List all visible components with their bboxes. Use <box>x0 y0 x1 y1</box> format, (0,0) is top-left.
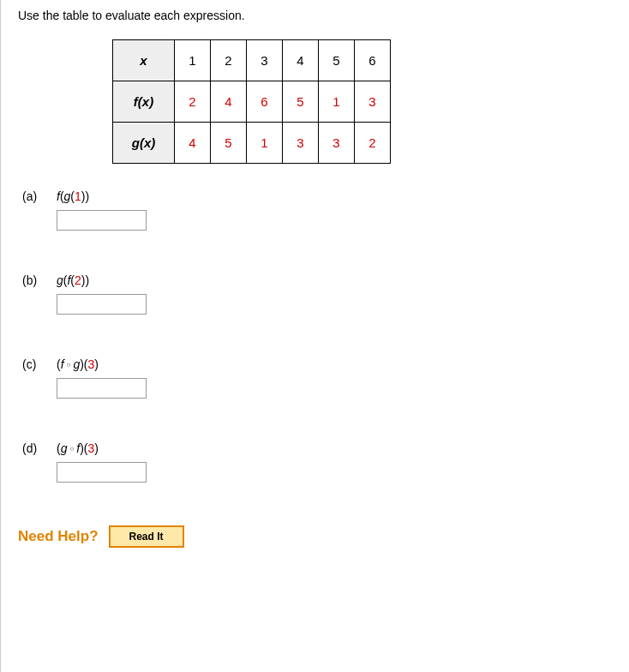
part-a: (a) f(g(1)) <box>18 189 612 231</box>
part-d: (d) (g○f)(3) <box>18 441 612 483</box>
table-cell: 5 <box>211 123 247 164</box>
part-c: (c) (f○g)(3) <box>18 357 612 399</box>
table-cell: 1 <box>319 81 355 123</box>
part-c-label: (c) <box>18 357 57 371</box>
table-cell: 3 <box>247 40 283 81</box>
part-c-input[interactable] <box>57 378 147 399</box>
part-a-expression: f(g(1)) <box>57 189 147 203</box>
table-cell: 4 <box>283 40 319 81</box>
read-it-button[interactable]: Read It <box>109 525 184 548</box>
table-cell: 5 <box>319 40 355 81</box>
part-d-label: (d) <box>18 441 57 455</box>
table-row: x 1 2 3 4 5 6 <box>113 40 391 81</box>
table-cell: 4 <box>175 123 211 164</box>
part-b-expression: g(f(2)) <box>57 273 147 287</box>
part-a-label: (a) <box>18 189 57 203</box>
table-cell: 6 <box>355 40 391 81</box>
part-b-label: (b) <box>18 273 57 287</box>
part-b: (b) g(f(2)) <box>18 273 612 315</box>
table-header-gx: g(x) <box>113 123 175 164</box>
instruction-text: Use the table to evaluate each expressio… <box>18 9 612 22</box>
table-cell: 2 <box>175 81 211 123</box>
table-cell: 4 <box>211 81 247 123</box>
part-c-expression: (f○g)(3) <box>57 357 147 371</box>
table-cell: 5 <box>283 81 319 123</box>
table-cell: 6 <box>247 81 283 123</box>
table-row: f(x) 2 4 6 5 1 3 <box>113 81 391 123</box>
table-row: g(x) 4 5 1 3 3 2 <box>113 123 391 164</box>
table-cell: 1 <box>175 40 211 81</box>
help-section: Need Help? Read It <box>18 525 612 548</box>
function-table: x 1 2 3 4 5 6 f(x) 2 4 6 5 1 3 g(x) 4 5 … <box>112 39 612 164</box>
table-cell: 1 <box>247 123 283 164</box>
table-cell: 2 <box>355 123 391 164</box>
table-header-x: x <box>113 40 175 81</box>
part-a-input[interactable] <box>57 210 147 231</box>
table-cell: 3 <box>355 81 391 123</box>
table-cell: 2 <box>211 40 247 81</box>
part-d-input[interactable] <box>57 462 147 483</box>
part-d-expression: (g○f)(3) <box>57 441 147 455</box>
need-help-label: Need Help? <box>18 528 99 545</box>
part-b-input[interactable] <box>57 294 147 315</box>
table-cell: 3 <box>283 123 319 164</box>
table-header-fx: f(x) <box>113 81 175 123</box>
table-cell: 3 <box>319 123 355 164</box>
